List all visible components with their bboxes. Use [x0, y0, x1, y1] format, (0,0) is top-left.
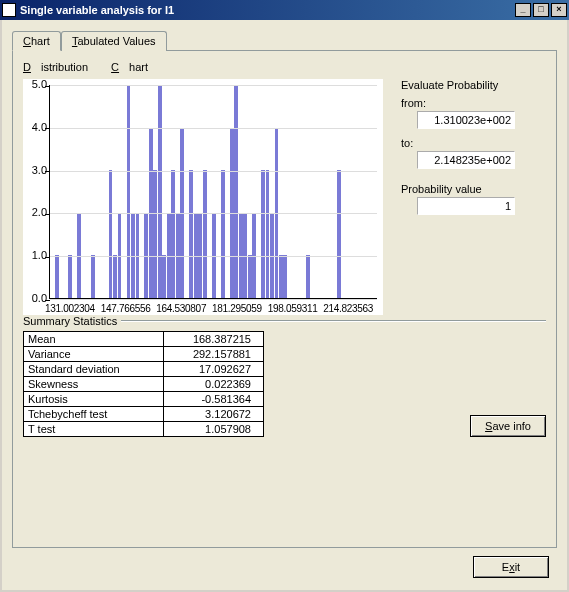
from-label: from:	[401, 97, 546, 109]
stats-key: Mean	[24, 332, 164, 347]
window-body: Chart Tabulated Values Distribution Char…	[0, 20, 569, 592]
stats-value: 0.022369	[164, 377, 264, 392]
histogram-bar	[266, 170, 270, 298]
exit-button[interactable]: Exit	[473, 556, 549, 578]
from-input[interactable]	[417, 111, 515, 129]
stats-value: -0.581364	[164, 392, 264, 407]
stats-value: 168.387215	[164, 332, 264, 347]
stats-value: 17.092627	[164, 362, 264, 377]
x-axis-labels: 131.002304147.766556164.530807181.295059…	[45, 303, 379, 314]
probability-panel: Evaluate Probability from: to: Probabili…	[401, 79, 546, 315]
histogram-bar	[171, 170, 175, 298]
histogram-bar	[283, 255, 287, 298]
stats-value: 3.120672	[164, 407, 264, 422]
stats-key: Tchebycheff test	[24, 407, 164, 422]
histogram-bar	[203, 170, 207, 298]
stats-row: T test1.057908	[24, 422, 264, 437]
pv-label: Probability value	[401, 183, 546, 195]
stats-row: Skewness0.022369	[24, 377, 264, 392]
x-tick-label: 214.823563	[323, 303, 379, 314]
window-controls: _ □ ×	[515, 3, 567, 17]
y-tick-label: 2.0	[25, 206, 47, 218]
histogram-bar	[68, 255, 72, 298]
tab-chart-rest: hart	[31, 35, 50, 47]
histogram-bar	[55, 255, 59, 298]
stats-row: Mean168.387215Variance292.157881Standard…	[23, 331, 546, 437]
histogram-chart: 131.002304147.766556164.530807181.295059…	[23, 79, 383, 315]
app-icon	[2, 3, 16, 17]
menu-chart[interactable]: Chart	[111, 61, 158, 73]
x-tick-label: 131.002304	[45, 303, 101, 314]
tab-tabulated[interactable]: Tabulated Values	[61, 31, 167, 51]
tab-chart[interactable]: Chart	[12, 31, 61, 51]
histogram-bar	[306, 255, 310, 298]
stats-key: Skewness	[24, 377, 164, 392]
stats-row: Tchebycheff test3.120672	[24, 407, 264, 422]
y-tick-label: 0.0	[25, 292, 47, 304]
histogram-bar	[127, 85, 131, 298]
histogram-bar	[162, 255, 166, 298]
stats-row: Standard deviation17.092627	[24, 362, 264, 377]
stats-row: Kurtosis-0.581364	[24, 392, 264, 407]
to-label: to:	[401, 137, 546, 149]
histogram-bar	[261, 170, 265, 298]
maximize-button[interactable]: □	[533, 3, 549, 17]
histogram-bar	[113, 255, 117, 298]
main-row: 131.002304147.766556164.530807181.295059…	[23, 79, 546, 315]
stats-row: Mean168.387215	[24, 332, 264, 347]
stats-value: 1.057908	[164, 422, 264, 437]
close-button[interactable]: ×	[551, 3, 567, 17]
pv-input[interactable]	[417, 197, 515, 215]
save-info-button[interactable]: Save info	[470, 415, 546, 437]
histogram-bar	[158, 85, 162, 298]
tab-chart-accel: C	[23, 35, 31, 47]
histogram-bar	[189, 170, 193, 298]
histogram-bar	[221, 170, 225, 298]
stats-key: Standard deviation	[24, 362, 164, 377]
y-gridline	[50, 256, 377, 257]
histogram-bar	[248, 255, 252, 298]
histogram-bar	[234, 85, 238, 298]
tab-panel: Distribution Chart 131.002304147.7665561…	[12, 50, 557, 548]
histogram-bar	[337, 170, 341, 298]
chart-menubar: Distribution Chart	[23, 61, 546, 73]
y-tick-label: 5.0	[25, 78, 47, 90]
window-title: Single variable analysis for I1	[20, 4, 515, 16]
y-tick-label: 1.0	[25, 249, 47, 261]
probability-title: Evaluate Probability	[401, 79, 546, 91]
y-gridline	[50, 171, 377, 172]
menu-distribution[interactable]: Distribution	[23, 61, 98, 73]
titlebar: Single variable analysis for I1 _ □ ×	[0, 0, 569, 20]
x-tick-label: 164.530807	[156, 303, 212, 314]
summary-title: Summary Statistics	[23, 315, 117, 327]
stats-key: T test	[24, 422, 164, 437]
y-gridline	[50, 299, 377, 300]
y-gridline	[50, 85, 377, 86]
y-gridline	[50, 128, 377, 129]
y-tick-label: 3.0	[25, 164, 47, 176]
histogram-bar	[91, 255, 95, 298]
tab-tab-rest: abulated Values	[77, 35, 155, 47]
stats-row: Variance292.157881	[24, 347, 264, 362]
to-input[interactable]	[417, 151, 515, 169]
x-tick-label: 198.059311	[268, 303, 324, 314]
stats-table: Mean168.387215Variance292.157881Standard…	[23, 331, 264, 437]
y-gridline	[50, 213, 377, 214]
summary-group: Summary Statistics	[23, 315, 546, 327]
x-tick-label: 181.295059	[212, 303, 268, 314]
bottom-bar: Exit	[473, 556, 549, 578]
stats-key: Variance	[24, 347, 164, 362]
minimize-button[interactable]: _	[515, 3, 531, 17]
histogram-bar	[153, 170, 157, 298]
tabstrip: Chart Tabulated Values	[12, 31, 557, 51]
stats-key: Kurtosis	[24, 392, 164, 407]
x-tick-label: 147.766556	[101, 303, 157, 314]
y-tick-label: 4.0	[25, 121, 47, 133]
stats-value: 292.157881	[164, 347, 264, 362]
histogram-bar	[279, 255, 283, 298]
histogram-bar	[109, 170, 113, 298]
